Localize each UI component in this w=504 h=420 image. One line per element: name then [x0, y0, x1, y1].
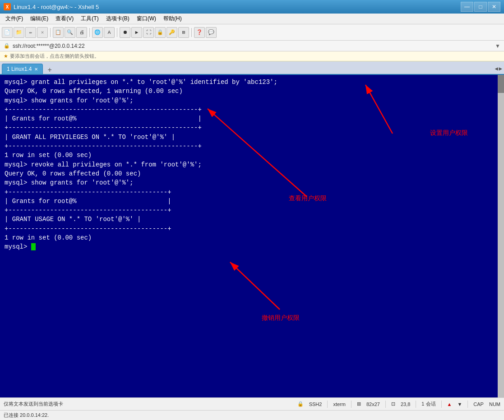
scrollbar[interactable] [498, 75, 504, 397]
scroll-thumb[interactable] [498, 75, 504, 93]
status-sessions: 1 会话 [421, 401, 435, 407]
terminal-line: mysql> show grants for 'root'@'%'; [5, 96, 493, 105]
tab-label: 1 Linux1.4 [7, 66, 32, 72]
connected-text: 已连接 20.0.0.14:22. [4, 412, 49, 419]
tab-arrow-left[interactable]: ◀ [495, 65, 498, 72]
terminal-line: 1 row in set (0.00 sec) [5, 151, 493, 160]
maximize-button[interactable]: □ [474, 2, 487, 12]
tb-rec[interactable]: ⏺ [120, 27, 130, 38]
tb-sep3 [117, 28, 117, 37]
tb-grid[interactable]: ⊞ [178, 27, 189, 38]
status-size-label: ⊞ [357, 401, 361, 407]
address-text: ssh://root:******@20.0.0.14:22 [13, 43, 85, 49]
window-title: Linux1.4 - root@gw4:~ - Xshell 5 [14, 4, 99, 10]
terminal-line: Query OK, 0 rows affected (0.00 sec) [5, 169, 493, 178]
terminal-line: | GRANT ALL PRIVILEGES ON *.* TO 'root'@… [5, 133, 493, 142]
tb-help[interactable]: ❓ [194, 27, 205, 38]
tb-expand[interactable]: ⛶ [143, 27, 154, 38]
tb-lock[interactable]: 🔒 [155, 27, 166, 38]
terminal-line: +---------------------------------------… [5, 188, 493, 197]
status-num: NUM [489, 402, 500, 407]
tab-linux14[interactable]: 1 Linux1.4 ✕ [2, 64, 43, 74]
menu-help[interactable]: 帮助(H) [160, 14, 185, 23]
tb-sep4 [191, 28, 192, 37]
terminal-line: 1 row in set (0.00 sec) [5, 233, 493, 242]
bookmark-icon: ★ [4, 53, 8, 59]
terminal-lines: mysql> grant all privileges on *.* to 'r… [5, 78, 493, 252]
menu-view[interactable]: 查看(V) [52, 14, 77, 23]
tb-x[interactable]: ✕ [37, 27, 48, 38]
tb-copy[interactable]: 📋 [53, 27, 64, 38]
minimize-button[interactable]: — [461, 2, 473, 12]
terminal-content[interactable]: mysql> grant all privileges on *.* to 'r… [0, 75, 498, 397]
menu-tools[interactable]: 工具(T) [77, 14, 102, 23]
status-pos-label: ⊡ [391, 401, 395, 407]
status-bar: 仅将文本发送到当前选项卡 🔒 SSH2 xterm ⊞ 82x27 ⊡ 23,8… [0, 397, 504, 410]
menu-file[interactable]: 文件(F) [2, 14, 27, 23]
terminal-line: | GRANT USAGE ON *.* TO 'root'@'%' | [5, 215, 493, 224]
status-right: 🔒 SSH2 xterm ⊞ 82x27 ⊡ 23,8 1 会话 ▲ ▼ CAP… [297, 401, 500, 408]
menu-window[interactable]: 窗口(W) [133, 14, 160, 23]
toolbar: 📄 📁 ✏ ✕ 📋 🔍 🖨 🌐 A ⏺ ▶ ⛶ 🔒 🔑 ⊞ ❓ 💬 [0, 24, 504, 41]
terminal-line: Query OK, 0 rows affected, 1 warning (0.… [5, 87, 493, 96]
status-sep1 [327, 401, 328, 408]
tab-bar: 1 Linux1.4 ✕ + ◀ ▶ [0, 61, 504, 75]
tb-chat[interactable]: 💬 [206, 27, 217, 38]
bottom-bar: 已连接 20.0.0.14:22. [0, 410, 504, 420]
terminal-cursor [31, 243, 36, 250]
status-text: 仅将文本发送到当前选项卡 [4, 401, 294, 407]
terminal-line: | Grants for root@% | [5, 197, 493, 206]
close-button[interactable]: ✕ [488, 2, 500, 12]
menu-bar: 文件(F) 编辑(E) 查看(V) 工具(T) 选项卡(B) 窗口(W) 帮助(… [0, 14, 504, 24]
status-pos: 23,8 [401, 402, 410, 407]
address-dropdown[interactable]: ▼ [495, 43, 500, 49]
tb-search[interactable]: 🔍 [65, 27, 75, 38]
tab-arrows: ◀ ▶ [495, 65, 502, 74]
status-sep6 [467, 401, 468, 408]
info-bar: ★ 要添加当前会话，点击左侧的箭头按钮。 [0, 51, 504, 61]
menu-edit[interactable]: 编辑(E) [27, 14, 52, 23]
status-cap: CAP [473, 402, 484, 407]
terminal-line: +---------------------------------------… [5, 206, 493, 215]
tb-print[interactable]: 🖨 [76, 27, 87, 38]
tab-add-button[interactable]: + [45, 66, 54, 74]
status-ssh: SSH2 [309, 402, 322, 407]
tab-arrow-right[interactable]: ▶ [499, 65, 502, 72]
terminal-line: mysql> revoke all privileges on *.* from… [5, 160, 493, 169]
tb-new[interactable]: 📄 [2, 27, 13, 38]
tb-key[interactable]: 🔑 [166, 27, 177, 38]
status-term: xterm [333, 402, 346, 407]
tb-pen[interactable]: ✏ [25, 27, 36, 38]
terminal-line: +---------------------------------------… [5, 142, 493, 151]
status-sep2 [351, 401, 351, 408]
status-lock: 🔒 [297, 401, 304, 407]
terminal-line: mysql> grant all privileges on *.* to 'r… [5, 78, 493, 87]
app-icon: X [4, 3, 11, 10]
tb-script[interactable]: ▶ [131, 27, 142, 38]
up-arrow-icon: ▲ [447, 402, 452, 407]
terminal-line: mysql> [5, 242, 493, 251]
title-bar: X Linux1.4 - root@gw4:~ - Xshell 5 — □ ✕ [0, 0, 504, 14]
lock-icon: 🔒 [4, 43, 10, 49]
terminal-line: | Grants for root@% | [5, 114, 493, 123]
status-sep3 [385, 401, 386, 408]
tb-font[interactable]: A [104, 27, 115, 38]
status-size: 82x27 [366, 402, 380, 407]
down-arrow-icon: ▼ [457, 402, 462, 407]
address-bar: 🔒 ssh://root:******@20.0.0.14:22 ▼ [0, 41, 504, 51]
terminal-line: +---------------------------------------… [5, 123, 493, 132]
status-sep4 [416, 401, 416, 408]
main-area: mysql> grant all privileges on *.* to 'r… [0, 75, 504, 420]
terminal-line: +---------------------------------------… [5, 105, 493, 114]
info-text: 要添加当前会话，点击左侧的箭头按钮。 [10, 53, 99, 60]
status-sep5 [441, 401, 442, 408]
tab-close-icon[interactable]: ✕ [34, 67, 38, 72]
tb-open[interactable]: 📁 [14, 27, 24, 38]
tb-sep2 [89, 28, 90, 37]
menu-tabs[interactable]: 选项卡(B) [102, 14, 133, 23]
terminal-line: mysql> show grants for 'root'@'%'; [5, 178, 493, 187]
tb-sep1 [50, 28, 51, 37]
terminal-line: +---------------------------------------… [5, 224, 493, 233]
terminal-area[interactable]: mysql> grant all privileges on *.* to 'r… [0, 75, 504, 397]
tb-globe[interactable]: 🌐 [92, 27, 103, 38]
